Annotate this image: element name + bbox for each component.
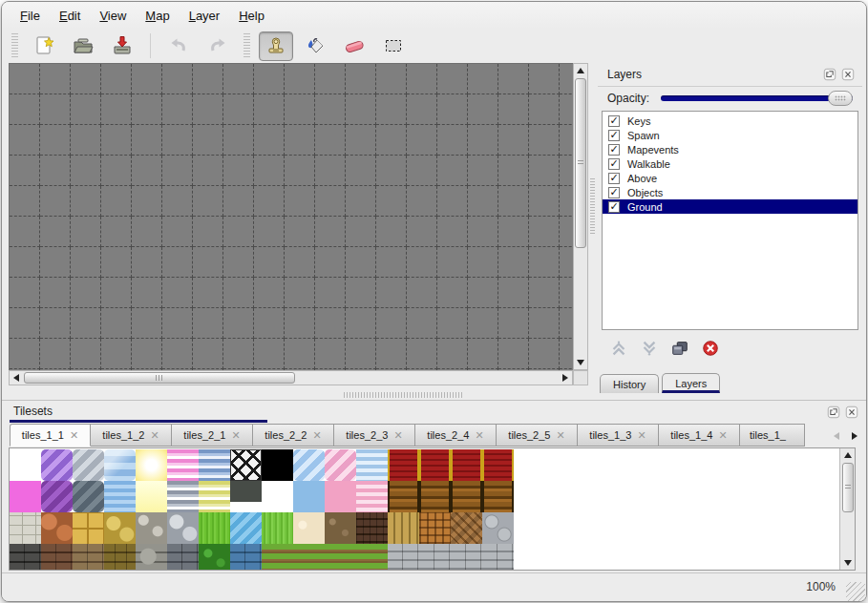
layer-visibility-checkbox[interactable]: ✓ xyxy=(608,173,620,184)
tile-empty[interactable] xyxy=(262,481,293,512)
menu-edit[interactable]: Edit xyxy=(51,6,89,26)
layer-row-above[interactable]: ✓Above xyxy=(603,171,857,185)
tileset-tab-tiles_1_3[interactable]: tiles_1_3✕ xyxy=(578,424,659,447)
scroll-left-button[interactable] xyxy=(10,371,23,385)
tile-brick-dark[interactable] xyxy=(10,544,41,571)
scroll-up-button[interactable] xyxy=(574,64,587,77)
close-panel-button[interactable] xyxy=(840,68,855,82)
redo-button[interactable] xyxy=(201,31,235,61)
tab-close-icon[interactable]: ✕ xyxy=(475,429,483,442)
tile-brick-tan[interactable] xyxy=(73,544,104,571)
canvas-hscrollbar[interactable] xyxy=(9,370,573,385)
tab-close-icon[interactable]: ✕ xyxy=(637,429,646,442)
tab-close-icon[interactable]: ✕ xyxy=(312,429,321,442)
tabs-scroll-right-button[interactable] xyxy=(846,426,862,446)
tileset-tab-tiles_2_2[interactable]: tiles_2_2✕ xyxy=(253,424,334,447)
toolbar-grip[interactable] xyxy=(243,33,250,58)
open-folder-button[interactable] xyxy=(66,31,100,61)
tile-red-carpet[interactable] xyxy=(388,449,419,481)
tile-pink-diag[interactable] xyxy=(325,449,356,481)
tab-layers[interactable]: Layers xyxy=(662,373,720,393)
scroll-right-button[interactable] xyxy=(559,371,572,385)
eraser-tool-button[interactable] xyxy=(337,31,371,61)
rect-select-tool-button[interactable] xyxy=(376,31,411,61)
tile-purple-dark[interactable] xyxy=(41,481,73,512)
tile-brick-light[interactable] xyxy=(482,544,514,571)
tile-herringbone[interactable] xyxy=(451,512,482,544)
tile-dirt-pebbles[interactable] xyxy=(325,512,356,544)
tile-basketweave[interactable] xyxy=(419,512,451,544)
tile-blue-diag[interactable] xyxy=(293,449,325,481)
tile-slate-dark[interactable] xyxy=(73,481,104,512)
tileset-tab-tiles_2_5[interactable]: tiles_2_5✕ xyxy=(497,424,578,447)
tile-grass-rows[interactable] xyxy=(356,544,388,571)
tile-hedge[interactable] xyxy=(199,544,230,571)
tile-black[interactable] xyxy=(262,449,293,481)
tile-blue-wave[interactable] xyxy=(356,449,388,481)
tile-brick-light[interactable] xyxy=(388,544,419,571)
tile-brick-blue[interactable] xyxy=(230,544,262,571)
opacity-slider[interactable] xyxy=(661,91,853,106)
tile-pink-stripes[interactable] xyxy=(167,449,199,481)
duplicate-layer-button[interactable] xyxy=(668,338,691,361)
layer-row-mapevents[interactable]: ✓Mapevents xyxy=(603,142,857,156)
scroll-down-button[interactable] xyxy=(574,356,587,369)
tile-grass-rows[interactable] xyxy=(293,544,325,571)
fill-tool-button[interactable] xyxy=(298,31,332,61)
layer-row-keys[interactable]: ✓Keys xyxy=(603,114,857,128)
layer-visibility-checkbox[interactable]: ✓ xyxy=(608,130,620,141)
layer-row-objects[interactable]: ✓Objects xyxy=(603,185,857,199)
layer-row-walkable[interactable]: ✓Walkable xyxy=(603,156,857,171)
float-panel-button[interactable] xyxy=(822,68,836,82)
tileset-tab-tiles_2_1[interactable]: tiles_2_1✕ xyxy=(172,424,253,447)
layer-visibility-checkbox[interactable]: ✓ xyxy=(608,115,620,127)
menu-layer[interactable]: Layer xyxy=(180,6,229,26)
tile-gray-diag[interactable] xyxy=(73,449,104,481)
tile-brown-stripes[interactable] xyxy=(388,481,419,512)
delete-layer-button[interactable] xyxy=(699,338,722,361)
tileset-tab-tiles_1_4[interactable]: tiles_1_4✕ xyxy=(659,424,740,447)
move-layer-up-button[interactable] xyxy=(607,338,630,361)
canvas-vscrollbar[interactable] xyxy=(573,63,588,370)
tileset-tab-tiles_1_1[interactable]: tiles_1_1✕ xyxy=(10,424,91,447)
tile-empty[interactable] xyxy=(10,449,41,481)
tile-water-blue[interactable] xyxy=(230,512,262,544)
new-file-button[interactable] xyxy=(27,31,61,61)
menu-help[interactable]: Help xyxy=(230,6,273,26)
tile-grass-green[interactable] xyxy=(262,512,293,544)
tab-close-icon[interactable]: ✕ xyxy=(231,429,240,442)
tile-red-carpet[interactable] xyxy=(451,449,482,481)
tile-water-light[interactable] xyxy=(104,449,136,481)
move-layer-down-button[interactable] xyxy=(638,338,661,361)
tile-stone-dark-yellow[interactable] xyxy=(104,544,136,571)
scroll-down-button[interactable] xyxy=(841,556,855,570)
tile-brown-stripes[interactable] xyxy=(482,481,514,512)
tile-brown-stripes[interactable] xyxy=(419,481,451,512)
vscroll-thumb[interactable] xyxy=(842,463,854,512)
palette-vscrollbar[interactable] xyxy=(839,448,855,570)
opacity-slider-track[interactable] xyxy=(661,95,853,101)
tile-grass-bright[interactable] xyxy=(199,512,230,544)
layer-row-spawn[interactable]: ✓Spawn xyxy=(603,128,857,142)
tab-close-icon[interactable]: ✕ xyxy=(150,429,159,442)
toolbar-grip[interactable] xyxy=(11,33,18,58)
undo-button[interactable] xyxy=(161,31,196,61)
tile-planks[interactable] xyxy=(388,512,419,544)
layer-visibility-checkbox[interactable]: ✓ xyxy=(608,201,620,213)
map-canvas[interactable] xyxy=(9,63,575,372)
hscroll-thumb[interactable] xyxy=(24,372,295,384)
tile-red-carpet[interactable] xyxy=(419,449,451,481)
horizontal-splitter-grip[interactable] xyxy=(344,392,464,398)
tile-tile-yellow[interactable] xyxy=(73,512,104,544)
opacity-slider-handle[interactable] xyxy=(828,91,853,106)
tile-pebbles[interactable] xyxy=(136,512,167,544)
scroll-up-button[interactable] xyxy=(841,448,855,462)
tileset-tab-tiles_2_3[interactable]: tiles_2_3✕ xyxy=(334,424,415,447)
layer-visibility-checkbox[interactable]: ✓ xyxy=(608,144,620,156)
tab-close-icon[interactable]: ✕ xyxy=(718,429,727,442)
tile-glow-yellow[interactable] xyxy=(136,449,167,481)
tile-brick-gray[interactable] xyxy=(167,544,199,571)
tile-pink-wave[interactable] xyxy=(356,481,388,512)
tile-stones-gray[interactable] xyxy=(167,512,199,544)
tab-history[interactable]: History xyxy=(600,374,659,393)
